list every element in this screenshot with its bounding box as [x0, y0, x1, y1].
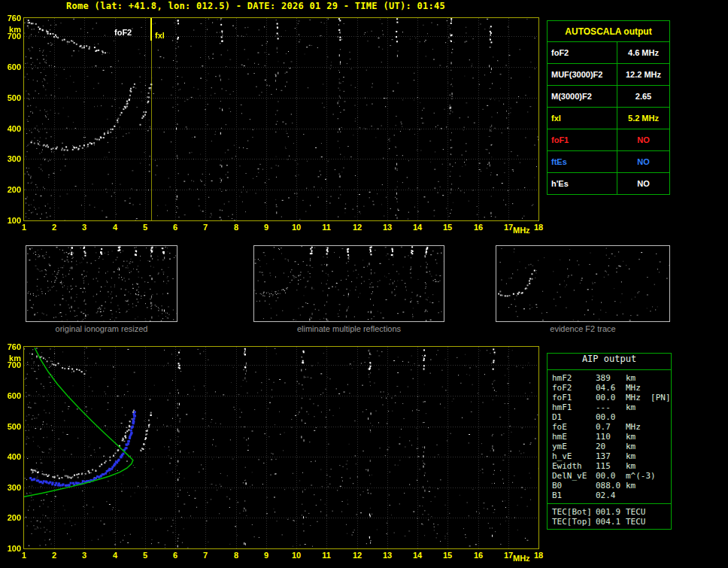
- aip-param-name: foF1: [552, 393, 596, 402]
- aip-param-name: Ewidth: [552, 461, 596, 471]
- main-x-tick-16: 16: [471, 223, 486, 232]
- aip-panel-title: AIP output: [548, 354, 671, 370]
- aip-param-value: 110: [596, 432, 626, 442]
- thumbnail-evidence-f2: [496, 245, 670, 322]
- aip-param-unit: MHz: [626, 383, 641, 393]
- aip-row-foF2: foF204.6MHz: [548, 383, 671, 393]
- aip-row-hmF2: hmF2389km: [548, 373, 671, 383]
- aip-row-hmE: hmE110km: [548, 432, 671, 442]
- main-x-tick-12: 12: [350, 223, 365, 232]
- aip-param-name: DelN_vE: [552, 471, 596, 481]
- aip-param-name: hmF2: [552, 373, 596, 383]
- thumbnail-eliminate-canvas: [254, 246, 444, 321]
- ionogram-profile-canvas: [24, 347, 538, 548]
- fxl-marker-line: [151, 18, 152, 220]
- station-header: Rome (lat: +41.8, lon: 012.5) - DATE: 20…: [66, 1, 445, 11]
- bottom-x-tick-9: 9: [259, 551, 274, 560]
- aip-param-unit: km: [626, 402, 635, 412]
- main-x-tick-10: 10: [289, 223, 304, 232]
- aip-param-unit: m^(-3): [626, 471, 656, 481]
- aip-row-B1: B102.4: [548, 491, 671, 500]
- bottom-x-tick-8: 8: [229, 551, 244, 560]
- aip-row-DelN_vE: DelN_vE00.0m^(-3): [548, 471, 671, 481]
- autoscala-window: Rome (lat: +41.8, lon: 012.5) - DATE: 20…: [0, 0, 728, 568]
- bottom-x-tick-14: 14: [410, 551, 425, 560]
- aip-param-name: hmE: [552, 432, 596, 442]
- main-x-tick-15: 15: [440, 223, 455, 232]
- main-x-tick-9: 9: [259, 223, 274, 232]
- main-y-axis-unit-label: km: [1, 25, 21, 34]
- autoscala-param-label: M(3000)F2: [548, 86, 617, 108]
- main-y-tick-500: 500: [1, 93, 21, 102]
- aip-param-value: 02.4: [596, 491, 626, 500]
- thumbnail-evidence-canvas: [496, 246, 669, 321]
- bottom-x-tick-5: 5: [138, 551, 153, 560]
- aip-param-value: 004.1: [596, 517, 626, 527]
- bottom-x-tick-2: 2: [47, 551, 62, 560]
- bottom-x-tick-12: 12: [350, 551, 365, 560]
- aip-param-value: 0.7: [596, 422, 626, 432]
- bottom-x-tick-11: 11: [319, 551, 334, 560]
- aip-param-name: TEC[Top]: [552, 517, 596, 527]
- foF2-label: foF2: [114, 28, 132, 37]
- aip-param-unit: km: [626, 432, 635, 442]
- bottom-x-tick-18: 18: [531, 551, 546, 560]
- autoscala-param-label: h'Es: [548, 173, 617, 195]
- autoscala-row-foF1: foF1NO: [548, 129, 670, 151]
- aip-param-unit: km: [626, 451, 635, 461]
- aip-row-ymE: ymE20km: [548, 442, 671, 451]
- thumbnail-eliminate-reflections: [253, 245, 444, 322]
- main-x-tick-7: 7: [198, 223, 213, 232]
- bottom-y-tick-400: 400: [1, 452, 21, 461]
- caption-original-ionogram: original ionogram resized: [26, 324, 177, 333]
- autoscala-param-value: NO: [617, 151, 670, 173]
- ionogram-main-canvas: [24, 18, 538, 220]
- aip-row-h_vE: h_vE137km: [548, 451, 671, 461]
- aip-param-name: foF2: [552, 383, 596, 393]
- bottom-x-axis-unit-label: MHz: [513, 554, 530, 563]
- main-x-axis-unit-label: MHz: [513, 226, 530, 235]
- bottom-x-tick-3: 3: [77, 551, 92, 560]
- aip-row-foF1: foF100.0MHz [PN]: [548, 393, 671, 402]
- aip-param-name: B0: [552, 481, 596, 491]
- aip-param-name: h_vE: [552, 451, 596, 461]
- autoscala-param-value: NO: [617, 129, 670, 151]
- aip-param-value: 00.0: [596, 412, 626, 422]
- aip-param-unit: MHz: [626, 422, 641, 432]
- autoscala-row-M(3000)F2: M(3000)F22.65: [548, 86, 670, 108]
- main-x-tick-11: 11: [319, 223, 334, 232]
- aip-param-unit: TECU: [626, 517, 646, 527]
- aip-param-value: 137: [596, 451, 626, 461]
- bottom-x-tick-7: 7: [198, 551, 213, 560]
- aip-param-name: B1: [552, 491, 596, 500]
- aip-parameter-list: hmF2389kmfoF204.6MHzfoF100.0MHz [PN]hmF1…: [548, 370, 671, 503]
- autoscala-table-title: AUTOSCALA output: [548, 21, 670, 42]
- main-x-tick-13: 13: [380, 223, 395, 232]
- ionogram-main-plot: [23, 17, 539, 221]
- autoscala-param-value: NO: [617, 173, 670, 195]
- bottom-y-tick-300: 300: [1, 483, 21, 492]
- aip-param-value: 389: [596, 373, 626, 383]
- autoscala-param-value: 5.2 MHz: [617, 108, 670, 129]
- aip-param-value: 04.6: [596, 383, 626, 393]
- aip-param-name: ymE: [552, 442, 596, 451]
- aip-param-value: 20: [596, 442, 626, 451]
- fxl-label: fxl: [155, 31, 165, 40]
- aip-param-unit: km: [626, 373, 635, 383]
- aip-param-unit: MHz [PN]: [626, 393, 671, 402]
- autoscala-table-header-row: AUTOSCALA output: [548, 21, 670, 42]
- autoscala-row-MUF(3000)F2: MUF(3000)F212.2 MHz: [548, 64, 670, 86]
- bottom-y-tick-600: 600: [1, 391, 21, 400]
- aip-param-name: TEC[Bot]: [552, 507, 596, 517]
- main-x-tick-5: 5: [138, 223, 153, 232]
- aip-row-TEC[Top]: TEC[Top]004.1TECU: [548, 517, 671, 527]
- aip-output-panel: AIP output hmF2389kmfoF204.6MHzfoF100.0M…: [547, 353, 672, 530]
- aip-row-hmF1: hmF1---km: [548, 402, 671, 412]
- main-x-tick-2: 2: [47, 223, 62, 232]
- aip-param-unit: km: [626, 442, 635, 451]
- autoscala-param-label: MUF(3000)F2: [548, 64, 617, 86]
- autoscala-output-table: AUTOSCALA output foF24.6 MHzMUF(3000)F21…: [547, 20, 670, 195]
- main-x-tick-1: 1: [17, 223, 32, 232]
- caption-eliminate-reflections: eliminate multiple reflections: [253, 324, 444, 333]
- aip-param-unit: km: [626, 481, 635, 491]
